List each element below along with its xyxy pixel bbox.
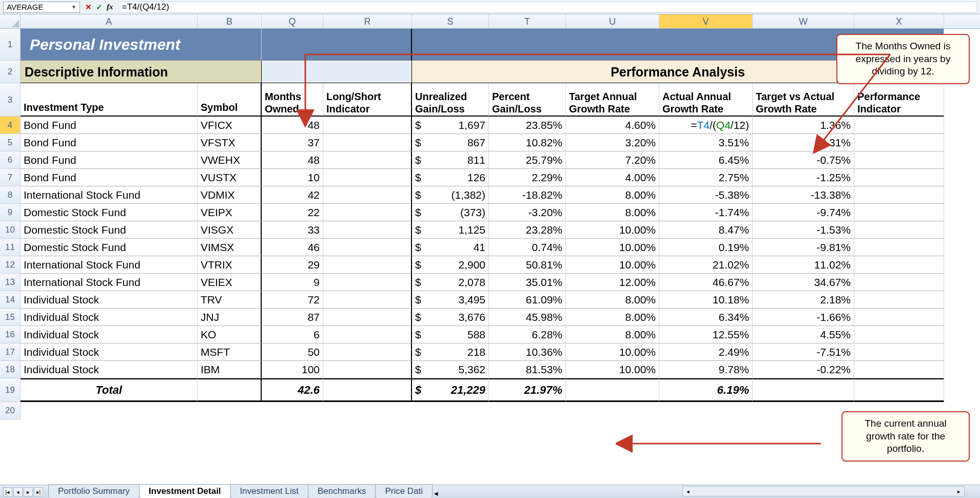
cell[interactable]: 4.60%: [566, 117, 659, 134]
cell[interactable]: 8.00%: [566, 204, 659, 221]
cell[interactable]: 4.00%: [566, 169, 659, 186]
cell[interactable]: [854, 221, 944, 239]
cell[interactable]: International Stock Fund: [21, 274, 198, 291]
col-header-W[interactable]: W: [753, 14, 854, 28]
fx-icon[interactable]: fx: [107, 3, 113, 11]
cell[interactable]: Bond Fund: [21, 151, 198, 169]
cell-V4-editing[interactable]: =T4/(Q4/12): [659, 117, 753, 134]
cell[interactable]: 50: [262, 343, 323, 361]
tab-investment-list[interactable]: Investment List: [230, 484, 308, 498]
cell[interactable]: Individual Stock: [21, 361, 198, 378]
cell[interactable]: 1.36%: [753, 117, 854, 134]
hdr-unrealized[interactable]: Unrealized Gain/Loss: [412, 83, 489, 117]
col-header-T[interactable]: T: [489, 14, 566, 28]
cell[interactable]: [262, 61, 412, 83]
cell[interactable]: $1,125: [412, 221, 489, 239]
cell[interactable]: [854, 326, 944, 343]
row-header-10[interactable]: 10: [0, 221, 21, 239]
cell[interactable]: [854, 151, 944, 169]
hscroll-left-icon[interactable]: ◂: [683, 488, 693, 495]
row-header-6[interactable]: 6: [0, 151, 21, 169]
hdr-perf-indicator[interactable]: Performance Indicator: [854, 83, 944, 117]
nav-prev-icon[interactable]: ◂: [13, 487, 23, 496]
hdr-long-short[interactable]: Long/Short Indicator: [323, 83, 412, 117]
cell[interactable]: Domestic Stock Fund: [21, 221, 198, 239]
cell[interactable]: 45.98%: [489, 309, 566, 326]
nav-next-icon[interactable]: ▸: [24, 487, 33, 496]
cell[interactable]: 35.01%: [489, 274, 566, 291]
cell[interactable]: [323, 326, 412, 343]
cell[interactable]: $3,495: [412, 291, 489, 309]
cell[interactable]: [854, 274, 944, 291]
cell[interactable]: [323, 291, 412, 309]
cell[interactable]: 72: [262, 291, 323, 309]
cell[interactable]: Individual Stock: [21, 326, 198, 343]
cell[interactable]: [323, 309, 412, 326]
formula-input[interactable]: =T4/(Q4/12): [119, 2, 977, 13]
row-header-4[interactable]: 4: [0, 117, 21, 134]
cell[interactable]: 100: [262, 361, 323, 378]
col-header-Q[interactable]: Q: [262, 14, 323, 28]
cell[interactable]: [323, 169, 412, 186]
cell[interactable]: [323, 256, 412, 274]
cell[interactable]: 2.18%: [753, 291, 854, 309]
cell[interactable]: 34.67%: [753, 274, 854, 291]
cell[interactable]: $3,676: [412, 309, 489, 326]
cell[interactable]: $2,900: [412, 256, 489, 274]
cell[interactable]: 2.29%: [489, 169, 566, 186]
cell[interactable]: 8.00%: [566, 186, 659, 204]
tab-benchmarks[interactable]: Benchmarks: [308, 484, 376, 498]
cell[interactable]: VEIEX: [198, 274, 262, 291]
cell[interactable]: 10: [262, 169, 323, 186]
cell[interactable]: 2.75%: [659, 169, 753, 186]
cell[interactable]: 25.79%: [489, 151, 566, 169]
row-header-7[interactable]: 7: [0, 169, 21, 186]
cell[interactable]: VDMIX: [198, 186, 262, 204]
cell[interactable]: 12.00%: [566, 274, 659, 291]
cell[interactable]: 10.00%: [566, 343, 659, 361]
cell[interactable]: [854, 186, 944, 204]
cell[interactable]: -7.51%: [753, 343, 854, 361]
cell[interactable]: [323, 117, 412, 134]
cell[interactable]: VTRIX: [198, 256, 262, 274]
col-header-X[interactable]: X: [854, 14, 944, 28]
cell[interactable]: -0.75%: [753, 151, 854, 169]
cell[interactable]: 10.36%: [489, 343, 566, 361]
horizontal-scrollbar[interactable]: ◂ ▸: [682, 486, 965, 496]
cell[interactable]: [854, 117, 944, 134]
cell[interactable]: $218: [412, 343, 489, 361]
cell[interactable]: 10.00%: [566, 221, 659, 239]
cell[interactable]: 23.85%: [489, 117, 566, 134]
cell[interactable]: 3.51%: [659, 134, 753, 151]
col-header-A[interactable]: A: [21, 14, 198, 28]
col-header-U[interactable]: U: [566, 14, 659, 28]
cell[interactable]: 61.09%: [489, 291, 566, 309]
cell[interactable]: $2,078: [412, 274, 489, 291]
row-header-17[interactable]: 17: [0, 343, 21, 361]
enter-icon[interactable]: ✓: [96, 3, 103, 12]
col-header-B[interactable]: B: [198, 14, 262, 28]
cell[interactable]: [323, 239, 412, 256]
hscroll-right-icon[interactable]: ▸: [954, 488, 964, 495]
cell[interactable]: 8.47%: [659, 221, 753, 239]
cell[interactable]: -3.20%: [489, 204, 566, 221]
cell[interactable]: -0.22%: [753, 361, 854, 378]
cell[interactable]: [262, 29, 412, 61]
select-all-corner[interactable]: [0, 14, 21, 28]
cell[interactable]: 8.00%: [566, 309, 659, 326]
row-header-8[interactable]: 8: [0, 186, 21, 204]
hdr-target-vs-actual[interactable]: Target vs Actual Growth Rate: [753, 83, 854, 117]
cell[interactable]: $(1,382): [412, 186, 489, 204]
tab-scroll-left-icon[interactable]: ◂: [434, 489, 438, 498]
cell[interactable]: 10.00%: [566, 239, 659, 256]
cell[interactable]: 6: [262, 326, 323, 343]
cell[interactable]: $5,362: [412, 361, 489, 378]
cell[interactable]: [566, 378, 659, 402]
cell[interactable]: -18.82%: [489, 186, 566, 204]
row-header-19[interactable]: 19: [0, 378, 21, 402]
cell[interactable]: [854, 343, 944, 361]
name-box-dropdown-icon[interactable]: ▼: [71, 4, 76, 10]
cell[interactable]: [854, 169, 944, 186]
cell[interactable]: 6.34%: [659, 309, 753, 326]
cell[interactable]: $867: [412, 134, 489, 151]
